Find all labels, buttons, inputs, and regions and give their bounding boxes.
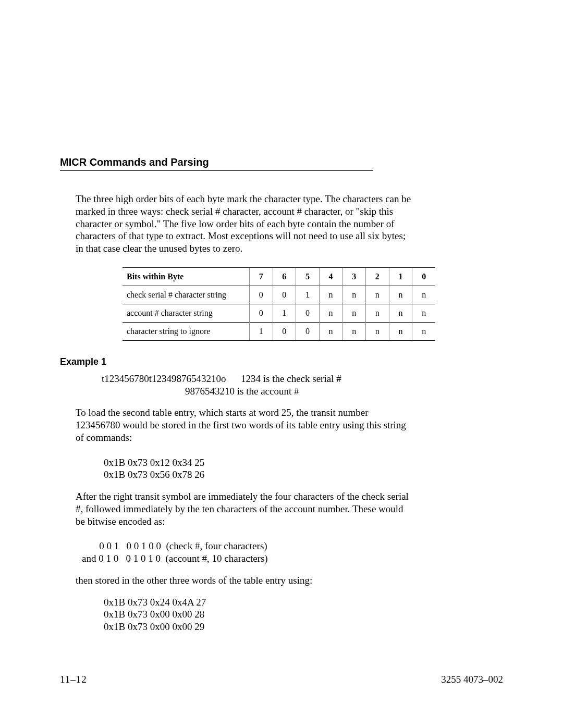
table-header-label: Bits within Byte <box>123 267 249 286</box>
example-para3: then stored in the other three words of … <box>76 574 414 587</box>
footer: 11–12 3255 4073–002 <box>60 674 503 685</box>
cell: n <box>366 286 389 304</box>
cell: n <box>412 304 435 322</box>
cell: n <box>319 322 342 340</box>
example-para2: After the right transit symbol are immed… <box>76 490 414 527</box>
cell: n <box>319 286 342 304</box>
cell: n <box>366 304 389 322</box>
cmd-block-2: 0x1B 0x73 0x24 0x4A 27 0x1B 0x73 0x00 0x… <box>104 596 414 633</box>
bit-col-5: 5 <box>296 267 320 286</box>
bit-col-0: 0 <box>412 267 435 286</box>
bit-col-2: 2 <box>366 267 389 286</box>
doc-id: 3255 4073–002 <box>441 674 503 685</box>
table-row: character string to ignore 1 0 0 n n n n… <box>123 322 435 340</box>
table-header-row: Bits within Byte 7 6 5 4 3 2 1 0 <box>123 267 435 286</box>
row-label: check serial # character string <box>123 286 249 304</box>
bitwise-block: 0 0 1 0 0 1 0 0 (check #, four character… <box>82 540 414 565</box>
cell: 1 <box>296 286 320 304</box>
cell: n <box>412 322 435 340</box>
example-para1: To load the second table entry, which st… <box>76 406 414 443</box>
page: MICR Commands and Parsing The three high… <box>0 0 563 728</box>
cell: 0 <box>249 286 273 304</box>
example-body: t123456780t12349876543210o 1234 is the c… <box>76 373 414 633</box>
cell: n <box>342 304 366 322</box>
cell: n <box>389 322 412 340</box>
cell: n <box>366 322 389 340</box>
row-label: account # character string <box>123 304 249 322</box>
cell: 1 <box>249 322 273 340</box>
page-number: 11–12 <box>60 674 87 685</box>
cell: n <box>389 286 412 304</box>
cell: n <box>342 322 366 340</box>
bit-col-7: 7 <box>249 267 273 286</box>
bits-table: Bits within Byte 7 6 5 4 3 2 1 0 check s… <box>123 267 435 341</box>
table-row: account # character string 0 1 0 n n n n… <box>123 304 435 322</box>
cmd-block-1: 0x1B 0x73 0x12 0x34 25 0x1B 0x73 0x56 0x… <box>104 456 414 482</box>
row-label: character string to ignore <box>123 322 249 340</box>
cell: 0 <box>296 322 320 340</box>
bit-col-3: 3 <box>342 267 366 286</box>
intro-paragraph: The three high order bits of each byte m… <box>76 193 414 255</box>
example-line1: t123456780t12349876543210o 1234 is the c… <box>102 373 414 385</box>
example-line2: 9876543210 is the account # <box>185 385 414 398</box>
cell: 0 <box>249 304 273 322</box>
cell: 0 <box>273 322 296 340</box>
bit-col-4: 4 <box>319 267 342 286</box>
table-row: check serial # character string 0 0 1 n … <box>123 286 435 304</box>
cell: 0 <box>273 286 296 304</box>
bit-col-1: 1 <box>389 267 412 286</box>
cell: n <box>412 286 435 304</box>
body-block: The three high order bits of each byte m… <box>76 193 414 255</box>
cell: n <box>389 304 412 322</box>
cell: n <box>319 304 342 322</box>
cell: n <box>342 286 366 304</box>
example-title: Example 1 <box>60 356 503 367</box>
cell: 1 <box>273 304 296 322</box>
bit-col-6: 6 <box>273 267 296 286</box>
section-title: MICR Commands and Parsing <box>60 156 373 171</box>
cell: 0 <box>296 304 320 322</box>
